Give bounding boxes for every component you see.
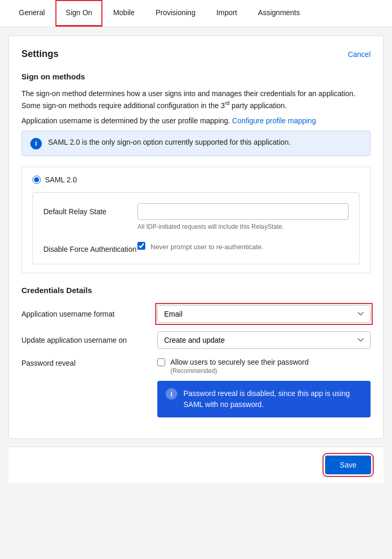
- tab-sign-on[interactable]: Sign On: [55, 0, 103, 27]
- relay-state-input[interactable]: [137, 203, 349, 220]
- password-reveal-row: Password reveal Allow users to securely …: [21, 357, 371, 418]
- credentials-details-title: Credentials Details: [21, 286, 371, 295]
- saml-fields: Default Relay State All IDP-initiated re…: [32, 192, 360, 264]
- relay-state-hint: All IDP-initiated requests will include …: [137, 223, 349, 230]
- sign-on-methods-title: Sign on methods: [21, 72, 371, 81]
- app-username-format-label: Application username format: [21, 310, 157, 318]
- relay-state-row: Default Relay State All IDP-initiated re…: [43, 203, 349, 230]
- update-username-label: Update application username on: [21, 336, 157, 344]
- password-reveal-control: Allow users to securely see their passwo…: [157, 357, 371, 418]
- saml-info-box: i SAML 2.0 is the only sign-on option cu…: [21, 131, 371, 156]
- nav-tabs: General Sign On Mobile Provisioning Impo…: [0, 0, 392, 27]
- password-reveal-checkbox-row: Allow users to securely see their passwo…: [157, 357, 371, 375]
- saml-card: SAML 2.0 Default Relay State All IDP-ini…: [21, 167, 371, 273]
- disable-force-auth-row: Disable Force Authentication Never promp…: [43, 241, 349, 253]
- saml-radio[interactable]: [32, 176, 41, 184]
- disable-force-auth-hint-wrap: Never prompt user to re-authenticate.: [151, 241, 263, 251]
- update-username-select[interactable]: Create and update Create only: [157, 331, 371, 349]
- footer: Save: [8, 447, 384, 483]
- saml-radio-row: SAML 2.0: [32, 176, 360, 184]
- disable-force-auth-checkbox-row: Never prompt user to re-authenticate.: [137, 241, 349, 251]
- tab-mobile[interactable]: Mobile: [102, 0, 145, 27]
- configure-profile-mapping-link[interactable]: Configure profile mapping: [232, 117, 316, 125]
- save-button[interactable]: Save: [325, 456, 371, 474]
- relay-state-input-wrap: All IDP-initiated requests will include …: [137, 203, 349, 230]
- password-reveal-label: Password reveal: [21, 357, 157, 367]
- password-reveal-checkbox[interactable]: [157, 358, 165, 366]
- update-username-select-wrap: Create and update Create only: [157, 331, 371, 349]
- sign-on-description-1: The sign-on method determines how a user…: [21, 88, 371, 111]
- saml-info-text: SAML 2.0 is the only sign-on option curr…: [48, 137, 291, 148]
- tab-provisioning[interactable]: Provisioning: [145, 0, 206, 27]
- password-reveal-text: Allow users to securely see their passwo…: [170, 357, 309, 375]
- app-username-format-row: Application username format Okta usernam…: [21, 305, 371, 323]
- settings-header: Settings Cancel: [21, 49, 371, 60]
- credentials-details-section: Credentials Details Application username…: [21, 286, 371, 418]
- password-reveal-info-text: Password reveal is disabled, since this …: [183, 388, 362, 410]
- tab-general[interactable]: General: [8, 0, 55, 27]
- sign-on-methods-section: Sign on methods The sign-on method deter…: [21, 72, 371, 273]
- disable-force-auth-label: Disable Force Authentication: [43, 241, 137, 253]
- app-username-format-select-wrap: Okta username Email Custom: [157, 305, 371, 323]
- update-username-row: Update application username on Create an…: [21, 331, 371, 349]
- page-title: Settings: [21, 49, 59, 60]
- relay-state-label: Default Relay State: [43, 203, 137, 216]
- info-icon: i: [30, 138, 42, 149]
- sign-on-description-2: Application username is determined by th…: [21, 115, 371, 126]
- app-username-format-select[interactable]: Okta username Email Custom: [157, 305, 371, 323]
- disable-force-auth-hint: Never prompt user to re-authenticate.: [151, 243, 263, 251]
- tab-import[interactable]: Import: [206, 0, 248, 27]
- password-reveal-info-box: i Password reveal is disabled, since thi…: [157, 381, 371, 417]
- tab-assignments[interactable]: Assignments: [248, 0, 310, 27]
- settings-panel: Settings Cancel Sign on methods The sign…: [8, 36, 384, 439]
- disable-force-auth-wrap: Never prompt user to re-authenticate.: [137, 241, 349, 251]
- saml-label: SAML 2.0: [45, 176, 77, 184]
- cancel-button[interactable]: Cancel: [348, 50, 371, 59]
- disable-force-auth-checkbox[interactable]: [137, 242, 145, 250]
- password-info-icon: i: [166, 388, 177, 400]
